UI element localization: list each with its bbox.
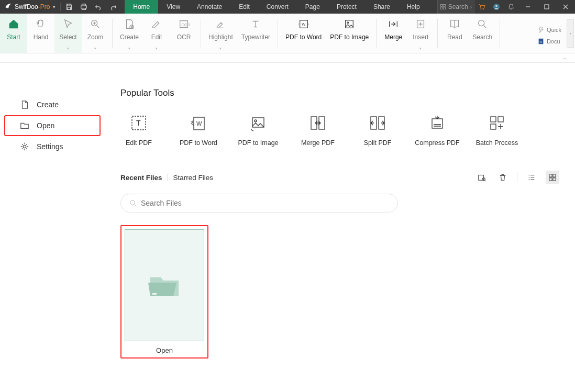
maximize-button[interactable] <box>537 4 556 9</box>
ribbon-quick[interactable]: Quick <box>537 24 561 36</box>
sidebar-item-create[interactable]: Create <box>4 94 101 115</box>
app-name: SwifDoo-Pro <box>15 3 50 10</box>
svg-rect-2 <box>440 7 443 9</box>
menu-tab-edit[interactable]: Edit <box>230 0 258 14</box>
menu-tabs: Home View Annotate Edit Convert Page Pro… <box>125 0 428 14</box>
svg-rect-40 <box>549 178 552 181</box>
highlight-icon <box>215 17 226 31</box>
title-bar: SwifDoo-Pro ▼ Home View Annotate Edit Co… <box>0 0 575 14</box>
ribbon-insert[interactable]: Insert▾ <box>407 14 434 53</box>
print-icon[interactable] <box>76 3 91 10</box>
svg-rect-32 <box>432 119 443 128</box>
menu-tab-convert[interactable]: Convert <box>258 0 297 14</box>
ribbon-pdf-to-word[interactable]: W PDF to Word <box>281 14 326 53</box>
svg-rect-43 <box>152 293 157 295</box>
cursor-icon <box>62 17 74 31</box>
save-icon[interactable] <box>62 3 76 10</box>
svg-rect-15 <box>346 20 353 28</box>
redo-icon[interactable] <box>106 3 120 10</box>
content-area: Popular Tools T Edit PDF W PDF to Word P… <box>105 63 575 392</box>
ocr-icon: OCR <box>178 17 190 31</box>
popular-tools-title: Popular Tools <box>120 88 559 98</box>
tool-edit-pdf[interactable]: T Edit PDF <box>120 114 157 147</box>
search-files-box[interactable] <box>120 194 398 212</box>
ribbon-ocr[interactable]: OCR OCR <box>170 14 197 53</box>
tool-compress-pdf[interactable]: Compress PDF <box>419 114 456 147</box>
user-icon[interactable] <box>489 3 504 10</box>
tool-pdf-to-image[interactable]: PDF to Image <box>240 114 277 147</box>
svg-text:T: T <box>136 119 141 127</box>
bell-icon[interactable] <box>504 3 518 10</box>
merge-icon <box>388 17 399 31</box>
search-files-input[interactable] <box>141 199 389 207</box>
app-dropdown-icon[interactable]: ▼ <box>52 5 56 9</box>
svg-text:W: W <box>196 120 202 127</box>
hand-icon <box>35 17 47 31</box>
svg-rect-39 <box>553 174 556 177</box>
tab-recent-files[interactable]: Recent Files <box>120 174 162 182</box>
grid-view-icon[interactable] <box>546 171 559 184</box>
quick-access-toolbar <box>62 0 120 14</box>
tool-pdf-to-word[interactable]: W PDF to Word <box>180 114 217 147</box>
typewriter-icon <box>250 17 261 31</box>
close-button[interactable] <box>556 4 575 9</box>
tool-batch-process[interactable]: Batch Process <box>479 114 515 147</box>
open-file-card[interactable]: Open <box>125 229 204 354</box>
ribbon-create[interactable]: Create▾ <box>116 14 143 53</box>
ribbon-merge[interactable]: Merge <box>380 14 407 53</box>
menu-tab-protect[interactable]: Protect <box>328 0 365 14</box>
tool-split-pdf[interactable]: Split PDF <box>359 114 396 147</box>
sidebar-item-settings[interactable]: Settings <box>4 136 101 157</box>
tab-starred-files[interactable]: Starred Files <box>173 174 214 182</box>
ribbon-pdf-to-image[interactable]: PDF to Image <box>326 14 373 53</box>
menu-tab-home[interactable]: Home <box>125 0 158 14</box>
files-header: Recent Files Starred Files <box>120 171 559 184</box>
list-view-icon[interactable] <box>525 171 538 184</box>
trash-icon[interactable] <box>496 171 510 184</box>
tool-merge-pdf[interactable]: Merge PDF <box>300 114 336 147</box>
home-icon <box>8 17 19 31</box>
undo-icon[interactable] <box>91 3 106 10</box>
menu-tab-page[interactable]: Page <box>297 0 328 14</box>
svg-rect-41 <box>553 178 556 181</box>
ribbon-select[interactable]: Select▾ <box>54 14 82 53</box>
menu-tab-help[interactable]: Help <box>399 0 428 14</box>
ribbon-docu[interactable]: ADocu <box>537 36 561 47</box>
svg-point-5 <box>483 9 484 10</box>
ribbon-typewriter[interactable]: Typewriter <box>237 14 274 53</box>
create-icon <box>124 17 135 31</box>
ribbon-zoom[interactable]: Zoom▾ <box>82 14 109 53</box>
ribbon-edit[interactable]: Edit▾ <box>143 14 170 53</box>
svg-rect-34 <box>498 117 503 122</box>
svg-point-7 <box>495 5 497 7</box>
cart-icon[interactable] <box>474 3 489 10</box>
svg-rect-33 <box>491 117 496 122</box>
svg-rect-8 <box>545 5 549 9</box>
collapse-ribbon-icon[interactable]: ︿ <box>562 54 568 62</box>
menu-tab-view[interactable]: View <box>158 0 189 14</box>
sidebar: Create Open Settings <box>0 63 105 392</box>
titlebar-search[interactable]: Search › <box>437 0 474 14</box>
ribbon-start[interactable]: Start <box>0 14 27 53</box>
read-icon <box>449 17 460 31</box>
menu-tab-annotate[interactable]: Annotate <box>189 0 230 14</box>
folder-icon <box>20 121 29 130</box>
app-logo-area[interactable]: SwifDoo-Pro ▼ <box>0 0 59 14</box>
chevron-right-icon: › <box>470 4 472 10</box>
sidebar-item-open[interactable]: Open <box>4 115 101 136</box>
ribbon-search[interactable]: Search <box>468 14 496 53</box>
svg-rect-3 <box>443 7 445 9</box>
minimize-button[interactable] <box>518 4 537 9</box>
menu-tab-share[interactable]: Share <box>365 0 399 14</box>
ribbon-highlight[interactable]: Highlight▾ <box>204 14 237 53</box>
svg-point-27 <box>255 120 257 122</box>
browse-icon[interactable] <box>475 171 489 184</box>
open-folder-thumbnail <box>125 229 204 341</box>
ribbon-hand[interactable]: Hand <box>27 14 54 53</box>
ribbon-more-icon[interactable]: › <box>567 19 574 48</box>
swifdoo-logo-icon <box>4 2 13 12</box>
ribbon-read[interactable]: Read <box>441 14 468 53</box>
edit-icon <box>151 17 162 31</box>
svg-point-18 <box>479 20 484 26</box>
svg-rect-35 <box>491 124 496 129</box>
